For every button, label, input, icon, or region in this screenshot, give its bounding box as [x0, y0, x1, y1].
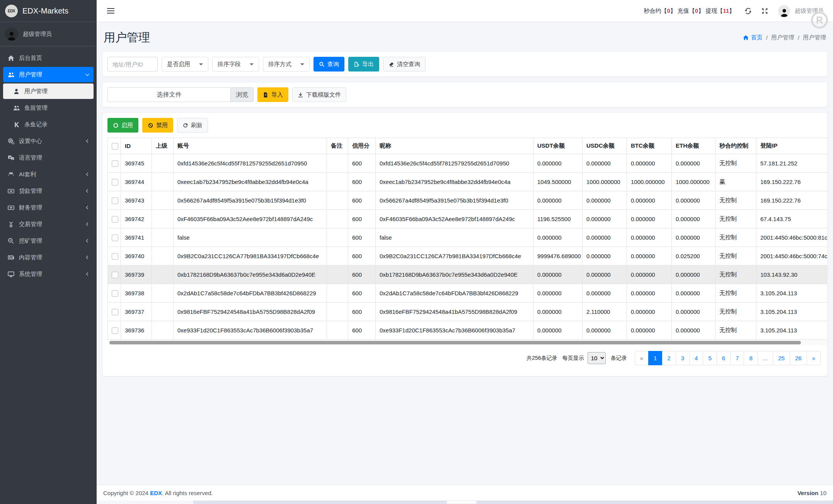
row-checkbox[interactable] — [112, 216, 118, 223]
fullscreen-icon[interactable] — [761, 8, 768, 14]
brand[interactable]: EDX EDX-Markets — [0, 0, 97, 22]
page-button-1[interactable]: 1 — [648, 351, 662, 365]
refresh-table-button[interactable]: 刷新 — [177, 118, 208, 133]
copyright: Copyright © 2024 EDX. All rights reserve… — [103, 490, 213, 496]
table-row: 369741false600false0.0000000.0000000.000… — [108, 228, 828, 247]
sidebar-nav: 后台首页 用户管理 用户管理 鱼苗管理 杀鱼记录 设置中心 Az 语言管理 AI… — [0, 46, 97, 287]
page-button-»[interactable]: » — [807, 351, 821, 365]
sidebar-item-system-management[interactable]: 系统管理 — [3, 266, 94, 282]
row-checkbox[interactable] — [112, 327, 118, 334]
sidebar-item-dashboard[interactable]: 后台首页 — [3, 50, 94, 66]
page-button-6[interactable]: 6 — [717, 351, 731, 365]
footer-brand-link[interactable]: EDX — [150, 490, 162, 496]
import-button[interactable]: 导入 — [257, 87, 288, 102]
sidebar-item-ai-arbitrage[interactable]: AI套利 — [3, 167, 94, 182]
col-header-control: 秒合约控制 — [715, 138, 756, 154]
sidebar-item-content-management[interactable]: 内容管理 — [3, 250, 94, 265]
import-card: 选择文件 浏览 导入 下载模版文件 — [102, 82, 827, 107]
page-button-2[interactable]: 2 — [662, 351, 676, 365]
export-button[interactable]: 导出 — [348, 57, 379, 72]
row-checkbox[interactable] — [112, 179, 118, 186]
enabled-filter-dropdown[interactable]: 是否启用 — [162, 57, 208, 72]
cell-parent — [152, 247, 174, 266]
cell-select — [108, 266, 121, 284]
sidebar-item-label: 用户管理 — [19, 71, 42, 78]
sidebar-item-mining-management[interactable]: 挖矿管理 — [3, 233, 94, 249]
cell-control: 无控制 — [715, 321, 756, 340]
page-button-7[interactable]: 7 — [730, 351, 744, 365]
row-checkbox[interactable] — [112, 235, 118, 241]
row-checkbox[interactable] — [112, 309, 118, 315]
sort-order-dropdown[interactable]: 排序方式 — [263, 57, 310, 72]
page-button-3[interactable]: 3 — [676, 351, 690, 365]
enable-button[interactable]: 启用 — [107, 118, 138, 133]
cell-eth: 0.000000 — [672, 321, 715, 340]
stat-deposit[interactable]: 充值【0】 — [678, 7, 704, 15]
page-scrollbar-thumb[interactable] — [446, 501, 477, 504]
cell-usdc: 0.000000 — [583, 154, 627, 173]
file-input-label: 选择文件 — [107, 87, 230, 102]
clear-query-button[interactable]: 清空查询 — [383, 57, 426, 72]
table-scrollbar-thumb[interactable] — [109, 341, 801, 344]
sidebar-item-label: 后台首页 — [19, 54, 42, 62]
row-checkbox[interactable] — [112, 290, 118, 297]
sidebar-item-language-management[interactable]: Az 语言管理 — [3, 150, 94, 165]
page-button-«[interactable]: « — [635, 351, 649, 365]
stat-seconds-contract[interactable]: 秒合约【0】 — [644, 7, 676, 15]
cell-credit: 600 — [348, 191, 376, 210]
menu-toggle-icon[interactable] — [107, 8, 114, 14]
sidebar-item-trade-management[interactable]: 交易管理 — [3, 216, 94, 232]
breadcrumb-item: 用户管理 — [771, 34, 794, 41]
cell-control: 无控制 — [715, 191, 756, 210]
browse-button[interactable]: 浏览 — [230, 87, 254, 102]
select-all-checkbox[interactable] — [112, 143, 118, 150]
page-button-25[interactable]: 25 — [773, 351, 790, 365]
row-checkbox[interactable] — [112, 198, 118, 204]
topbar-avatar[interactable] — [778, 5, 790, 17]
cell-account: 0x9B2C0a231CC126CA77b981BA334197DfCb668c… — [174, 247, 327, 266]
page-button-...[interactable]: ... — [758, 351, 773, 365]
page-button-5[interactable]: 5 — [703, 351, 717, 365]
cell-parent — [152, 266, 174, 284]
table-row: 3697430x566267a4df8549f5a3915e075b3b15f3… — [108, 191, 828, 210]
page-button-8[interactable]: 8 — [744, 351, 758, 365]
cell-parent — [152, 321, 174, 340]
cell-eth: 0.000000 — [672, 191, 715, 210]
cell-id: 369741 — [121, 228, 152, 247]
sidebar-item-loan-management[interactable]: 贷款管理 — [3, 183, 94, 199]
table-row: 3697390xb1782168D9bA63637b0c7e955e343d6a… — [108, 266, 828, 284]
search-input[interactable] — [107, 57, 158, 72]
sidebar-item-user-management-list[interactable]: 用户管理 — [3, 83, 94, 99]
refresh-icon[interactable] — [745, 8, 751, 14]
cell-select — [108, 191, 121, 210]
page-size-select[interactable]: 10 — [588, 352, 606, 364]
row-checkbox[interactable] — [112, 160, 118, 167]
sidebar-avatar[interactable] — [5, 27, 18, 41]
col-header-usdt: USDT余额 — [533, 138, 583, 154]
query-button[interactable]: 查询 — [313, 57, 344, 72]
cell-control: 无控制 — [715, 154, 756, 173]
cell-credit: 600 — [348, 228, 376, 247]
stat-withdraw[interactable]: 提现【11】 — [705, 7, 735, 15]
newspaper-icon — [7, 254, 15, 261]
sidebar-item-kill-fish-records[interactable]: 杀鱼记录 — [3, 117, 94, 132]
download-icon — [298, 92, 303, 98]
sidebar-item-finance-management[interactable]: 财务管理 — [3, 200, 94, 215]
table-horizontal-scrollbar — [107, 340, 827, 345]
sidebar-item-settings-center[interactable]: 设置中心 — [3, 133, 94, 149]
sidebar-item-fish-management[interactable]: 鱼苗管理 — [3, 100, 94, 116]
file-input[interactable]: 选择文件 浏览 — [107, 87, 254, 102]
sort-field-dropdown[interactable]: 排序字段 — [212, 57, 259, 72]
cell-eth: 1000.000000 — [672, 173, 715, 191]
page-button-26[interactable]: 26 — [790, 351, 807, 365]
sidebar-item-user-management[interactable]: 用户管理 — [3, 67, 94, 82]
breadcrumb-home-link[interactable]: 首页 — [743, 34, 763, 41]
cell-account: 0xb1782168D9bA63637b0c7e955e343d6a0D2e94… — [174, 266, 327, 284]
download-template-button[interactable]: 下载模版文件 — [292, 87, 346, 102]
row-checkbox[interactable] — [112, 272, 118, 278]
caret-down-icon — [300, 63, 304, 65]
disable-button[interactable]: 禁用 — [142, 118, 173, 133]
page-button-4[interactable]: 4 — [689, 351, 703, 365]
row-checkbox[interactable] — [112, 253, 118, 260]
cell-nickname: 0x9816eFBF7529424548a41bA5755D98B828dA2f… — [376, 303, 533, 321]
